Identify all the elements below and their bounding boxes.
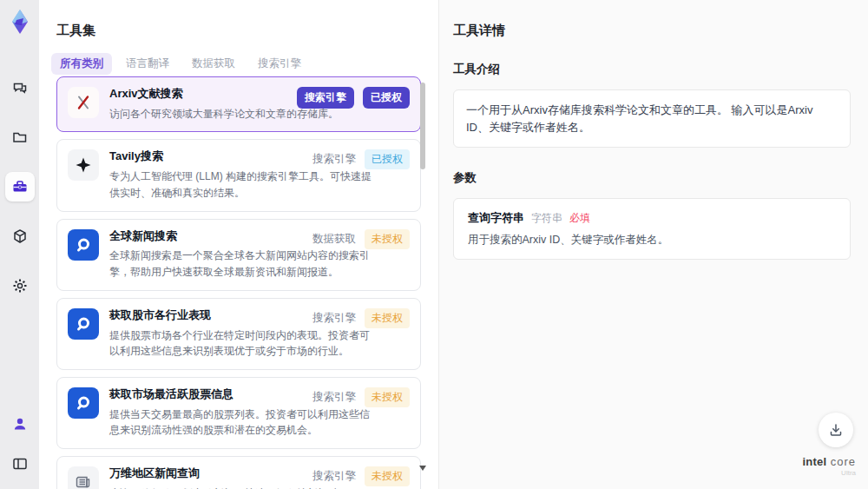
brand-sub: Ultra [803, 470, 856, 477]
sidebar-item-chat[interactable] [5, 73, 35, 102]
panel-toggle-button[interactable] [5, 449, 35, 479]
app-logo-icon [5, 7, 35, 36]
intro-heading: 工具介绍 [453, 62, 851, 77]
brand-intel: intel [803, 455, 827, 468]
download-icon [828, 422, 844, 438]
intel-core-logo: intel core Ultra [803, 454, 856, 477]
param-name: 查询字符串 [468, 210, 524, 226]
toolbox-icon [11, 178, 29, 195]
category-label: 数据获取 [312, 232, 356, 247]
tool-card-tavily[interactable]: Tavily搜索 专为人工智能代理 (LLM) 构建的搜索引擎工具。可快速提供实… [56, 139, 421, 211]
auth-status-badge: 未授权 [365, 387, 410, 407]
tab-data-fetch[interactable]: 数据获取 [183, 53, 244, 75]
param-type: 字符串 [531, 211, 562, 226]
tool-desc: 提供当天交易量最高的股票列表。投资者可以利用这些信息来识别流动性强的股票和潜在的… [109, 406, 372, 439]
param-desc: 用于搜索的Arxiv ID、关键字或作者姓名。 [468, 233, 836, 248]
page-title: 工具集 [39, 0, 434, 39]
left-rail [0, 0, 39, 489]
tool-desc: 提供股票市场各个行业在特定时间段内的表现。投资者可以利用这些信息来识别表现优于或… [109, 327, 372, 360]
sidebar-item-packages[interactable] [5, 221, 35, 251]
tab-all-categories[interactable]: 所有类别 [51, 53, 112, 75]
auth-status-badge: 已授权 [365, 149, 410, 169]
sidebar-item-files[interactable] [5, 122, 35, 152]
tool-card-sector-performance[interactable]: 获取股市各行业表现 提供股票市场各个行业在特定时间段内的表现。投资者可以利用这些… [56, 298, 421, 370]
tool-desc: 全球新闻搜索是一个聚合全球各大新闻网站内容的搜索引擎，帮助用户快速获取全球最新资… [109, 248, 372, 280]
newspaper-icon [68, 466, 99, 489]
category-label: 搜索引擎 [312, 311, 356, 326]
tab-search-engine[interactable]: 搜索引擎 [249, 53, 310, 75]
tavily-star-icon [68, 149, 99, 181]
download-button[interactable] [819, 413, 853, 447]
tool-list-panel: 工具集 所有类别 语言翻译 数据获取 搜索引擎 Arxiv文献搜索 访问各个研究… [39, 0, 434, 489]
blue-search-logo-icon [68, 387, 99, 419]
user-icon [11, 415, 29, 433]
detail-title: 工具详情 [453, 23, 851, 39]
params-heading: 参数 [453, 170, 851, 186]
scrollbar-down-arrow[interactable] [419, 466, 426, 471]
category-label: 搜索引擎 [312, 390, 356, 405]
rail-nav [5, 73, 35, 301]
parameter-card: 查询字符串 字符串 必填 用于搜索的Arxiv ID、关键字或作者姓名。 [453, 198, 851, 260]
tool-card-active-stocks[interactable]: 获取市场最活跃股票信息 提供当天交易量最高的股票列表。投资者可以利用这些信息来识… [56, 377, 421, 449]
chat-icon [11, 79, 29, 96]
category-label: 搜索引擎 [312, 152, 356, 167]
sidebar-item-tools[interactable] [5, 172, 35, 202]
blue-search-logo-icon [68, 308, 99, 340]
sidebar-item-settings[interactable] [5, 271, 35, 301]
panel-toggle-icon [11, 455, 29, 472]
tool-detail-panel: 工具详情 工具介绍 一个用于从Arxiv存储库搜索科学论文和文章的工具。 输入可… [438, 0, 868, 489]
tool-card-arxiv[interactable]: Arxiv文献搜索 访问各个研究领域大量科学论文和文章的存储库。 搜索引擎 已授… [56, 76, 421, 132]
auth-status-badge: 未授权 [365, 229, 410, 249]
tab-language-translation[interactable]: 语言翻译 [117, 53, 178, 75]
param-required-flag: 必填 [569, 211, 590, 226]
intro-box: 一个用于从Arxiv存储库搜索科学论文和文章的工具。 输入可以是Arxiv ID… [453, 89, 851, 148]
tool-card-list: Arxiv文献搜索 访问各个研究领域大量科学论文和文章的存储库。 搜索引擎 已授… [56, 76, 421, 489]
arxiv-logo-icon [68, 87, 99, 118]
category-tabs: 所有类别 语言翻译 数据获取 搜索引擎 [51, 53, 434, 75]
auth-status-badge: 未授权 [365, 308, 410, 328]
scrollbar-thumb[interactable] [420, 83, 425, 169]
tool-card-global-news[interactable]: 全球新闻搜索 全球新闻搜索是一个聚合全球各大新闻网站内容的搜索引擎，帮助用户快速… [56, 219, 421, 291]
user-avatar-button[interactable] [5, 409, 35, 439]
tool-desc: 专为人工智能代理 (LLM) 构建的搜索引擎工具。可快速提供实时、准确和真实的结… [109, 169, 372, 201]
folder-icon [11, 129, 29, 146]
app-window: 工具集 所有类别 语言翻译 数据获取 搜索引擎 Arxiv文献搜索 访问各个研究… [0, 0, 868, 489]
blue-search-logo-icon [68, 229, 99, 261]
category-label: 搜索引擎 [312, 469, 356, 484]
category-badge: 搜索引擎 [297, 87, 354, 109]
cube-icon [11, 228, 29, 245]
gear-icon [11, 277, 29, 294]
rail-bottom [5, 409, 35, 479]
tool-card-regional-news[interactable]: 万维地区新闻查询 查询具体行政区划内的新闻，快速了解各地新闻动 搜索引擎 未授权 [56, 456, 421, 489]
auth-status-badge: 已授权 [363, 87, 410, 109]
auth-status-badge: 未授权 [365, 466, 410, 486]
brand-core: core [831, 455, 856, 468]
